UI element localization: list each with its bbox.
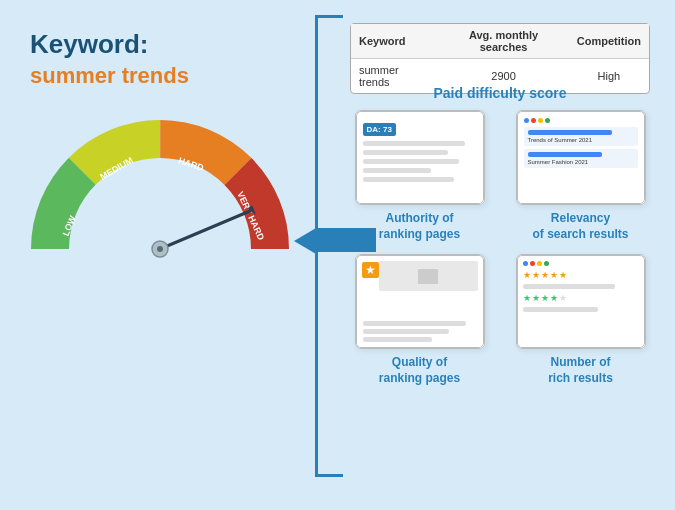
card-quality: ★ Quality ofranking pages bbox=[345, 254, 494, 386]
keyword-value: summer trends bbox=[30, 63, 290, 89]
paid-score-label: Paid difficulty score bbox=[350, 85, 650, 101]
gauge-needle-center bbox=[157, 246, 163, 252]
card-rich: ★ ★ ★ ★ ★ ★ ★ ★ ★ ★ bbox=[506, 254, 655, 386]
keyword-label: Keyword: bbox=[30, 30, 290, 59]
google-dots-2 bbox=[523, 261, 639, 266]
card-relevancy-label: Relevancyof search results bbox=[532, 211, 628, 242]
card-authority-image: DA: 73 bbox=[355, 110, 485, 205]
da-badge: DA: 73 bbox=[363, 123, 396, 136]
left-arrow bbox=[294, 228, 316, 254]
card-authority: DA: 73 Authority ofranking pages bbox=[345, 110, 494, 242]
stars-row-2: ★ ★ ★ ★ ★ bbox=[523, 293, 639, 303]
stars-row-1: ★ ★ ★ ★ ★ bbox=[523, 270, 639, 280]
google-dots bbox=[524, 118, 638, 123]
keyword-table: Keyword Avg. monthly searches Competitio… bbox=[350, 23, 650, 94]
relevancy-line-2: Summer Fashion 2021 bbox=[528, 159, 634, 165]
card-relevancy: Trends of Summer 2021 Summer Fashion 202… bbox=[506, 110, 655, 242]
left-panel: Keyword: summer trends LOW bbox=[0, 0, 310, 510]
col-header-keyword: Keyword bbox=[351, 24, 438, 59]
col-header-competition: Competition bbox=[569, 24, 649, 59]
card-relevancy-image: Trends of Summer 2021 Summer Fashion 202… bbox=[516, 110, 646, 205]
card-rich-image: ★ ★ ★ ★ ★ ★ ★ ★ ★ ★ bbox=[516, 254, 646, 349]
cards-grid: DA: 73 Authority ofranking pages bbox=[345, 110, 655, 386]
col-header-searches: Avg. monthly searches bbox=[438, 24, 569, 59]
gauge-svg: LOW MEDIUM HARD VERY HARD bbox=[30, 109, 290, 269]
card-quality-label: Quality ofranking pages bbox=[379, 355, 460, 386]
card-quality-image: ★ bbox=[355, 254, 485, 349]
star-badge: ★ bbox=[362, 262, 379, 278]
right-panel: Keyword Avg. monthly searches Competitio… bbox=[330, 15, 660, 495]
card-rich-label: Number ofrich results bbox=[548, 355, 613, 386]
relevancy-line-1: Trends of Summer 2021 bbox=[528, 137, 634, 143]
card-authority-label: Authority ofranking pages bbox=[379, 211, 460, 242]
gauge-container: LOW MEDIUM HARD VERY HARD bbox=[30, 109, 290, 269]
